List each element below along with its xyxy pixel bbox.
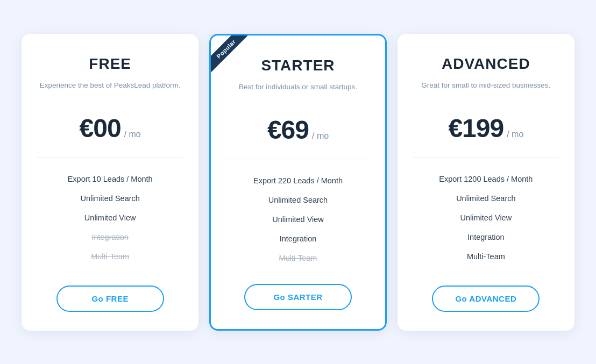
price-divider xyxy=(38,157,182,158)
pricing-card-advanced: ADVANCED Great for small to mid-sized bu… xyxy=(398,34,574,331)
plan-title: FREE xyxy=(89,55,131,73)
features-list: Export 220 Leads / Month Unlimited Searc… xyxy=(227,171,368,268)
pricing-container: FREE Experience the best of PeaksLead pl… xyxy=(0,23,596,341)
plan-description: Great for small to mid-sized businesses. xyxy=(421,80,550,103)
feature-item-3: Integration xyxy=(38,227,182,247)
feature-item-2: Unlimited View xyxy=(227,210,368,229)
pricing-card-free: FREE Experience the best of PeaksLead pl… xyxy=(22,34,198,331)
cta-button-free[interactable]: Go FREE xyxy=(56,286,164,312)
popular-badge: Popular xyxy=(211,35,254,78)
cta-button-starter[interactable]: Go SARTER xyxy=(244,284,352,310)
price-amount: €199 xyxy=(448,113,503,143)
plan-description: Best for individuals or small startups. xyxy=(239,82,357,104)
plan-price: €69 / mo xyxy=(267,115,329,145)
feature-item-0: Export 220 Leads / Month xyxy=(227,171,368,190)
plan-price: €199 / mo xyxy=(448,113,523,143)
feature-item-1: Unlimited Search xyxy=(38,189,182,208)
cta-button-advanced[interactable]: Go ADVANCED xyxy=(432,286,540,312)
feature-item-2: Unlimited View xyxy=(38,208,182,227)
features-list: Export 10 Leads / Month Unlimited Search… xyxy=(38,169,182,269)
plan-price: €00 / mo xyxy=(80,113,141,143)
price-amount: €00 xyxy=(80,113,121,143)
features-list: Export 1200 Leads / Month Unlimited Sear… xyxy=(414,169,558,269)
feature-item-3: Integration xyxy=(414,227,558,247)
feature-item-4: Multi-Team xyxy=(38,247,182,266)
plan-title: STARTER xyxy=(261,57,335,74)
pricing-card-starter: Popular STARTER Best for individuals or … xyxy=(209,34,386,331)
price-period: / mo xyxy=(312,131,329,141)
feature-item-2: Unlimited View xyxy=(414,208,558,227)
feature-item-0: Export 1200 Leads / Month xyxy=(414,169,558,189)
popular-badge-label: Popular xyxy=(211,35,250,72)
feature-item-1: Unlimited Search xyxy=(414,189,558,208)
price-amount: €69 xyxy=(267,115,309,145)
price-divider xyxy=(227,159,368,159)
plan-description: Experience the best of PeaksLead platfor… xyxy=(40,80,181,103)
feature-item-4: Multi-Team xyxy=(414,247,558,266)
feature-item-0: Export 10 Leads / Month xyxy=(38,169,182,189)
price-period: / mo xyxy=(507,130,523,139)
plan-title: ADVANCED xyxy=(442,55,530,73)
feature-item-1: Unlimited Search xyxy=(227,190,368,210)
feature-item-4: Multi-Team xyxy=(227,248,368,268)
price-period: / mo xyxy=(124,130,141,139)
feature-item-3: Integration xyxy=(227,229,368,248)
price-divider xyxy=(414,157,558,158)
